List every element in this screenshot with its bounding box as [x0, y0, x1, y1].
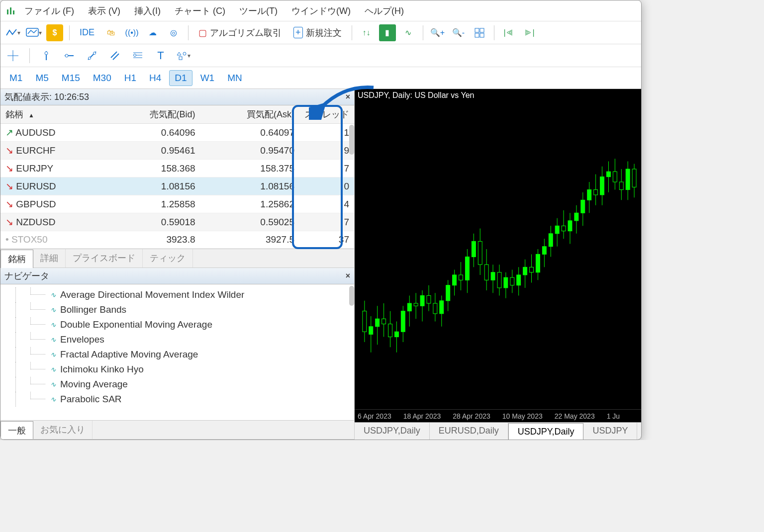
- symbol-row-AUDUSD[interactable]: ↗ AUDUSD0.640960.640971: [0, 124, 354, 142]
- timeframe-MN[interactable]: MN: [222, 71, 247, 86]
- svg-rect-77: [523, 267, 527, 275]
- svg-rect-7: [480, 33, 484, 37]
- svg-rect-81: [536, 254, 540, 272]
- indicator-item[interactable]: ∿Moving Average: [0, 377, 354, 392]
- nav-tab-1[interactable]: お気に入り: [33, 421, 93, 439]
- symbol-row-STOX50[interactable]: • STOX503923.83927.537: [0, 231, 354, 249]
- navigator-tree: ∿Average Directional Movement Index Wild…: [0, 284, 354, 420]
- menu-insert[interactable]: 挿入(I): [128, 2, 167, 20]
- timeframe-H1[interactable]: H1: [119, 71, 141, 86]
- chart-tab-0[interactable]: USDJPY,Daily: [355, 423, 430, 440]
- menu-help[interactable]: ヘルプ(H): [359, 2, 410, 20]
- zoom-in-icon[interactable]: 🔍+: [429, 24, 446, 41]
- svg-rect-0: [7, 9, 8, 14]
- scrollbar[interactable]: [349, 125, 354, 155]
- symbol-row-GBPUSD[interactable]: ↘ GBPUSD1.258581.258624: [0, 195, 354, 213]
- symbol-row-EURJPY[interactable]: ↘ EURJPY158.368158.3757: [0, 160, 354, 177]
- col-bid[interactable]: 売気配(Bid): [104, 105, 200, 124]
- col-ask[interactable]: 買気配(Ask): [200, 105, 299, 124]
- timeframe-M15[interactable]: M15: [57, 71, 85, 86]
- candle-icon[interactable]: ▮: [379, 24, 396, 41]
- shift-left-icon[interactable]: |⫷: [500, 24, 517, 41]
- grid-icon[interactable]: [471, 24, 488, 41]
- text-icon[interactable]: T: [152, 47, 169, 64]
- wave-icon[interactable]: ∿: [400, 24, 417, 41]
- timeframe-M5[interactable]: M5: [30, 71, 53, 86]
- market-watch-panel: 気配値表示: 10:26:53 × 銘柄 ▲ 売気配(Bid) 買気配(Ask)…: [0, 89, 354, 268]
- indicator-icon: ∿: [50, 351, 56, 358]
- indicator-item[interactable]: ∿Ichimoku Kinko Hyo: [0, 362, 354, 377]
- timeframe-D1[interactable]: D1: [169, 70, 192, 86]
- symbol-row-EURCHF[interactable]: ↘ EURCHF0.954610.954709: [0, 142, 354, 160]
- market-watch-table: 銘柄 ▲ 売気配(Bid) 買気配(Ask) スプレッド ↗ AUDUSD0.6…: [0, 105, 354, 249]
- timeframe-M30[interactable]: M30: [88, 71, 116, 86]
- hline-icon[interactable]: [61, 47, 78, 64]
- chart-tab-1[interactable]: EURUSD,Daily: [430, 423, 508, 440]
- chart-tab-3[interactable]: USDJPY: [583, 423, 637, 440]
- timeframe-W1[interactable]: W1: [195, 71, 220, 86]
- dollar-icon[interactable]: $: [46, 24, 63, 41]
- ide-button[interactable]: IDE: [76, 25, 98, 40]
- indicator-dropdown[interactable]: [25, 24, 42, 41]
- signal-icon[interactable]: ((•)): [123, 24, 140, 41]
- timeframe-H4[interactable]: H4: [144, 71, 166, 86]
- algo-trading-button[interactable]: ▢ アルゴリズム取引: [194, 25, 286, 41]
- trendline-icon[interactable]: [84, 47, 100, 64]
- channel-icon[interactable]: [106, 47, 123, 64]
- svg-rect-85: [549, 234, 553, 247]
- svg-rect-59: [465, 257, 469, 280]
- svg-rect-83: [542, 247, 546, 255]
- close-icon[interactable]: ×: [346, 92, 350, 101]
- svg-rect-73: [510, 277, 514, 285]
- svg-rect-65: [484, 265, 488, 280]
- indicator-item[interactable]: ∿Bollinger Bands: [0, 302, 354, 317]
- timeframe-M1[interactable]: M1: [4, 71, 27, 86]
- indicator-item[interactable]: ∿Parabolic SAR: [0, 392, 354, 407]
- mw-tab-2[interactable]: プライスボード: [66, 249, 143, 267]
- nav-tab-0[interactable]: 一般: [0, 421, 33, 440]
- col-spread[interactable]: スプレッド: [299, 105, 354, 124]
- svg-point-11: [45, 52, 48, 55]
- svg-rect-111: [632, 169, 636, 187]
- chart-canvas[interactable]: [355, 89, 641, 409]
- col-symbol[interactable]: 銘柄 ▲: [0, 105, 104, 124]
- new-order-button[interactable]: + 新規注文: [289, 25, 346, 41]
- svg-rect-99: [594, 190, 598, 195]
- shapes-dropdown[interactable]: [175, 47, 192, 64]
- chart-type-dropdown[interactable]: [4, 24, 21, 41]
- symbol-row-NZDUSD[interactable]: ↘ NZDUSD0.590180.590257: [0, 213, 354, 231]
- svg-rect-103: [606, 172, 610, 177]
- timeframe-bar: M1M5M15M30H1H4D1W1MN: [0, 67, 641, 89]
- indicator-item[interactable]: ∿Average Directional Movement Index Wild…: [0, 287, 354, 302]
- menu-file[interactable]: ファイル (F): [18, 2, 80, 20]
- shift-right-icon[interactable]: ⫸|: [521, 24, 538, 41]
- menu-chart[interactable]: チャート (C): [169, 2, 231, 20]
- chart-tab-2[interactable]: USDJPY,Daily: [508, 423, 584, 440]
- menu-view[interactable]: 表示 (V): [82, 2, 126, 20]
- app-logo-icon: [4, 5, 16, 17]
- market-watch-title: 気配値表示: 10:26:53: [4, 91, 89, 103]
- cloud-icon[interactable]: ☁: [144, 24, 161, 41]
- indicator-item[interactable]: ∿Envelopes: [0, 332, 354, 347]
- mw-tab-1[interactable]: 詳細: [33, 249, 66, 267]
- svg-rect-31: [376, 319, 380, 327]
- mw-tab-0[interactable]: 銘柄: [0, 250, 33, 268]
- indicator-item[interactable]: ∿Fractal Adaptive Moving Average: [0, 347, 354, 362]
- menu-window[interactable]: ウインドウ(W): [286, 2, 357, 20]
- radar-icon[interactable]: ◎: [165, 24, 182, 41]
- shopping-bag-icon[interactable]: 🛍: [102, 24, 119, 41]
- vline-icon[interactable]: [38, 47, 55, 64]
- mw-tab-3[interactable]: ティック: [143, 249, 193, 267]
- fib-icon[interactable]: [129, 47, 146, 64]
- svg-rect-4: [475, 28, 479, 32]
- indicator-item[interactable]: ∿Double Exponential Moving Average: [0, 317, 354, 332]
- svg-rect-71: [504, 277, 508, 288]
- svg-rect-93: [574, 213, 578, 221]
- close-icon[interactable]: ×: [346, 271, 350, 280]
- scrollbar[interactable]: [349, 286, 354, 306]
- crosshair-icon[interactable]: [4, 47, 21, 64]
- zoom-out-icon[interactable]: 🔍-: [450, 24, 467, 41]
- symbol-row-EURUSD[interactable]: ↘ EURUSD1.081561.081560: [0, 177, 354, 195]
- buy-arrow-icon[interactable]: ↑↓: [358, 24, 375, 41]
- menu-tools[interactable]: ツール(T): [233, 2, 284, 20]
